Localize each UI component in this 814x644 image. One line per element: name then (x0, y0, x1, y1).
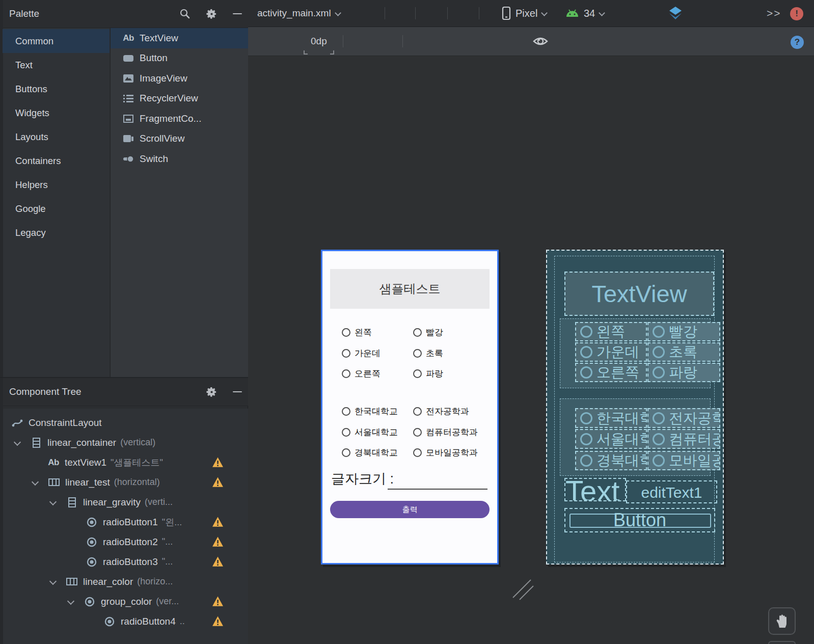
fragmentcontainer-icon (123, 114, 134, 123)
blueprint-radio-dept3[interactable]: 모바일공학과 (647, 451, 720, 470)
palette-category-widgets[interactable]: Widgets (3, 101, 110, 125)
radio-blue[interactable]: 파랑 (413, 368, 443, 380)
chevron-down-icon[interactable] (67, 598, 75, 606)
chevron-down-icon[interactable] (13, 439, 21, 447)
warning-icon (212, 457, 224, 468)
device-selector[interactable]: Pixel (502, 0, 547, 26)
file-tab[interactable]: activity_main.xml (257, 0, 341, 26)
tree-node-radiobutton1[interactable]: radioButton1 "왼... (3, 512, 248, 532)
design-view[interactable]: 샘플테스트 왼쪽 빨강 가운데 초록 오른쪽 파랑 (321, 250, 499, 565)
blueprint-radio-blue[interactable]: 파랑 (647, 363, 720, 382)
margin-bracket (304, 50, 308, 55)
help-icon: ? (791, 36, 804, 49)
palette-item-list: Ab TextView Button ImageView (110, 28, 248, 377)
blueprint-radio-green[interactable]: 초록 (647, 342, 720, 362)
tree-node-linear-container[interactable]: linear_container (vertical) (3, 433, 248, 452)
hide-panel-icon[interactable] (233, 391, 242, 392)
tree-node-radiobutton2[interactable]: radioButton2 "... (3, 532, 248, 552)
tree-node-constraintlayout[interactable]: ConstraintLayout (3, 413, 248, 433)
tree-node-textview1[interactable]: Ab textView1 "샘플테스트" (3, 452, 248, 472)
warning-icon (212, 476, 224, 488)
radio-dept2[interactable]: 컴퓨터공학과 (413, 426, 478, 438)
blueprint-radio-right[interactable]: 오른쪽 (575, 363, 647, 382)
toolbar-overflow-button[interactable]: >> (767, 0, 781, 26)
palette-category-google[interactable]: Google (3, 197, 110, 221)
component-tree-title: Component Tree (9, 386, 82, 397)
blueprint-radio-red[interactable]: 빨강 (647, 322, 720, 341)
radio-univ1[interactable]: 한국대학교 (342, 406, 398, 417)
tree-node-group-color[interactable]: group_color (ver... (3, 592, 248, 611)
chevron-down-icon[interactable] (31, 478, 39, 487)
pan-tool-button[interactable] (768, 607, 796, 635)
palette-category-containers[interactable]: Containers (3, 149, 110, 173)
blueprint-button[interactable]: Button (564, 508, 715, 532)
blueprint-textview[interactable]: TextView (564, 272, 714, 316)
radio-red[interactable]: 빨강 (413, 327, 443, 338)
radio-circle-icon (342, 407, 350, 416)
palette-category-layouts[interactable]: Layouts (3, 125, 110, 149)
radio-left[interactable]: 왼쪽 (342, 327, 372, 338)
radiobutton-icon (104, 616, 115, 627)
palette-item-button[interactable]: Button (111, 48, 249, 69)
blueprint-radio-dept2[interactable]: 컴퓨터공학과 (647, 429, 720, 449)
search-icon[interactable] (179, 8, 191, 19)
chevron-down-icon[interactable] (49, 578, 57, 586)
palette-category-common[interactable]: Common (3, 29, 110, 53)
blueprint-radio-univ1[interactable]: 한국대학교 (575, 408, 647, 428)
help-button[interactable]: ? (791, 28, 804, 57)
component-tree-body: ConstraintLayout linear_container (verti… (3, 409, 248, 644)
radio-right[interactable]: 오른쪽 (342, 368, 381, 380)
tree-node-radiobutton4[interactable]: radioButton4 .. (3, 611, 248, 631)
gear-icon[interactable] (206, 8, 218, 20)
tree-node-linear-test[interactable]: linear_test (horizontal) (3, 472, 248, 492)
palette-category-buttons[interactable]: Buttons (3, 77, 110, 101)
design-surface[interactable]: 샘플테스트 왼쪽 빨강 가운데 초록 오른쪽 파랑 (248, 56, 814, 644)
palette-item-switch[interactable]: Switch (111, 149, 249, 169)
switch-icon (123, 154, 134, 164)
radio-univ3[interactable]: 경북대학교 (342, 447, 398, 459)
canvas-resize-handle-icon[interactable] (507, 573, 537, 604)
palette-category-legacy[interactable]: Legacy (3, 221, 110, 245)
palette-category-text[interactable]: Text (3, 53, 110, 77)
issues-panel-button[interactable]: ! (790, 1, 803, 27)
blueprint-edittext[interactable]: editText1 (626, 480, 717, 503)
warning-icon (212, 556, 224, 568)
default-margin-picker[interactable]: 0dp (306, 27, 332, 56)
warning-icon (212, 615, 224, 627)
blueprint-fontsize-textview[interactable]: Text (564, 478, 626, 501)
print-button[interactable]: 출력 (330, 501, 490, 518)
blueprint-radio-center[interactable]: 가운데 (575, 342, 647, 362)
radio-univ2[interactable]: 서울대학교 (342, 426, 398, 438)
palette-item-imageview[interactable]: ImageView (111, 68, 249, 89)
chevron-down-icon[interactable] (49, 498, 57, 506)
gear-icon[interactable] (206, 386, 218, 398)
radio-dept1[interactable]: 전자공학과 (413, 406, 469, 417)
view-options-button[interactable] (258, 27, 814, 56)
blueprint-radio-univ2[interactable]: 서울대학교 (575, 429, 647, 449)
radio-circle-icon (342, 428, 350, 437)
tree-node-radiobutton3[interactable]: radioButton3 "... (3, 552, 248, 572)
tree-node-linear-gravity[interactable]: linear_gravity (verti... (3, 492, 248, 512)
blueprint-view[interactable]: TextView 왼쪽 빨강 가운데 초록 오른쪽 파랑 (546, 250, 724, 565)
api-level-selector[interactable]: 34 (565, 0, 605, 26)
palette-item-recyclerview[interactable]: RecyclerView (111, 89, 249, 109)
palette-item-fragmentcontainer[interactable]: FragmentCo... (111, 109, 249, 129)
error-badge-icon: ! (790, 7, 803, 20)
zoom-button-partial[interactable] (768, 641, 796, 644)
radio-circle-icon (580, 433, 592, 445)
design-title-textview[interactable]: 샘플테스트 (330, 269, 490, 309)
tree-node-linear-color[interactable]: linear_color (horizo... (3, 572, 248, 592)
radio-center[interactable]: 가운데 (342, 347, 381, 359)
palette-item-textview[interactable]: Ab TextView (111, 28, 249, 48)
blueprint-radio-dept1[interactable]: 전자공학과 (647, 408, 720, 428)
component-tree-header: Component Tree (3, 378, 248, 406)
palette-category-helpers[interactable]: Helpers (3, 173, 110, 197)
radio-green[interactable]: 초록 (413, 347, 443, 359)
linearlayout-vertical-icon (66, 497, 77, 507)
fontsize-edittext[interactable] (388, 472, 487, 490)
blueprint-radio-univ3[interactable]: 경북대학교 (575, 451, 647, 470)
radio-dept3[interactable]: 모바일공학과 (413, 447, 478, 459)
blueprint-radio-left[interactable]: 왼쪽 (575, 322, 647, 341)
palette-item-scrollview[interactable]: ScrollView (111, 129, 249, 149)
hide-panel-icon[interactable] (233, 13, 242, 14)
